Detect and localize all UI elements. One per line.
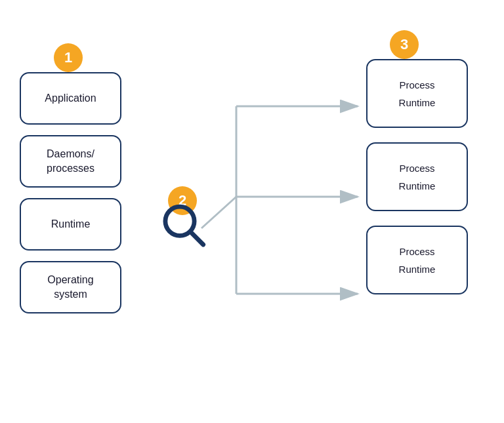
- left-column: Application Daemons/processes Runtime Op…: [20, 72, 121, 313]
- badge-1-label: 1: [64, 49, 72, 66]
- box-runtime: Runtime: [20, 198, 121, 251]
- box-os-label: Operatingsystem: [47, 273, 93, 302]
- magnifier-icon: [158, 200, 213, 258]
- right-box-3-runtime: Runtime: [399, 264, 436, 275]
- right-box-1: Process Runtime: [366, 59, 468, 128]
- right-box-3-process: Process: [399, 246, 434, 257]
- badge-3: 3: [390, 30, 419, 59]
- right-column: Process Runtime Process Runtime Process …: [366, 59, 468, 294]
- right-box-1-runtime: Runtime: [399, 97, 436, 108]
- right-box-3: Process Runtime: [366, 226, 468, 294]
- box-os: Operatingsystem: [20, 261, 121, 313]
- right-box-2-runtime: Runtime: [399, 180, 436, 191]
- badge-1: 1: [54, 43, 83, 72]
- box-daemons: Daemons/processes: [20, 135, 121, 188]
- box-daemons-label: Daemons/processes: [47, 147, 94, 176]
- box-application: Application: [20, 72, 121, 125]
- right-box-1-process: Process: [399, 79, 434, 91]
- right-box-2: Process Runtime: [366, 142, 468, 211]
- right-box-2-process: Process: [399, 163, 434, 174]
- diagram-container: 1 2 3 Application Daemons/processes Runt…: [0, 0, 504, 423]
- svg-line-1: [190, 232, 203, 245]
- badge-3-label: 3: [400, 36, 408, 53]
